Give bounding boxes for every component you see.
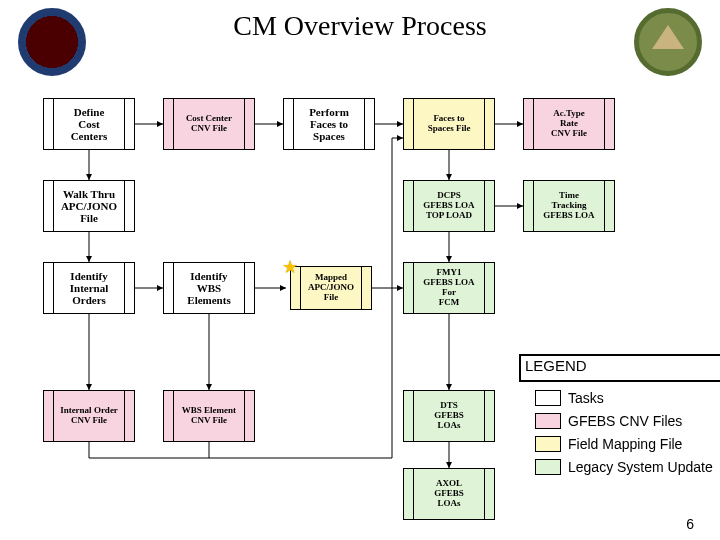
box-perform-faces-to-spaces: PerformFaces toSpaces xyxy=(283,98,375,150)
box-cost-center-cnv: Cost CenterCNV File xyxy=(163,98,255,150)
box-actype-rate-cnv: Ac.TypeRateCNV File xyxy=(523,98,615,150)
legend-row-legacy: Legacy System Update xyxy=(535,459,713,475)
box-wbs-element-cnv: WBS ElementCNV File xyxy=(163,390,255,442)
box-identify-wbs: IdentifyWBSElements xyxy=(163,262,255,314)
box-fmy1-loa: FMY1GFEBS LOAForFCM xyxy=(403,262,495,314)
legend-title: LEGEND xyxy=(525,357,587,374)
box-dcps-loa: DCPSGFEBS LOATOP LOAD xyxy=(403,180,495,232)
box-walk-thru-apc: Walk ThruAPC/JONOFile xyxy=(43,180,135,232)
box-identify-internal-orders: IdentifyInternalOrders xyxy=(43,262,135,314)
box-internal-order-cnv: Internal OrderCNV File xyxy=(43,390,135,442)
legend-row-tasks: Tasks xyxy=(535,390,604,406)
legend-swatch-cnv xyxy=(535,413,561,429)
box-dts-loa: DTSGFEBSLOAs xyxy=(403,390,495,442)
box-mapped-apc: MappedAPC/JONOFile xyxy=(290,266,372,310)
legend-swatch-mapping xyxy=(535,436,561,452)
star-icon: ★ xyxy=(282,256,298,278)
box-time-tracking-loa: TimeTrackingGFEBS LOA xyxy=(523,180,615,232)
box-axol-loa: AXOLGFEBSLOAs xyxy=(403,468,495,520)
page-number: 6 xyxy=(686,516,694,532)
box-faces-to-spaces-file: Faces toSpaces File xyxy=(403,98,495,150)
legend-row-mapping: Field Mapping File xyxy=(535,436,682,452)
legend-swatch-legacy xyxy=(535,459,561,475)
box-define-cost-centers: DefineCostCenters xyxy=(43,98,135,150)
legend-swatch-tasks xyxy=(535,390,561,406)
legend-row-cnv: GFEBS CNV Files xyxy=(535,413,682,429)
